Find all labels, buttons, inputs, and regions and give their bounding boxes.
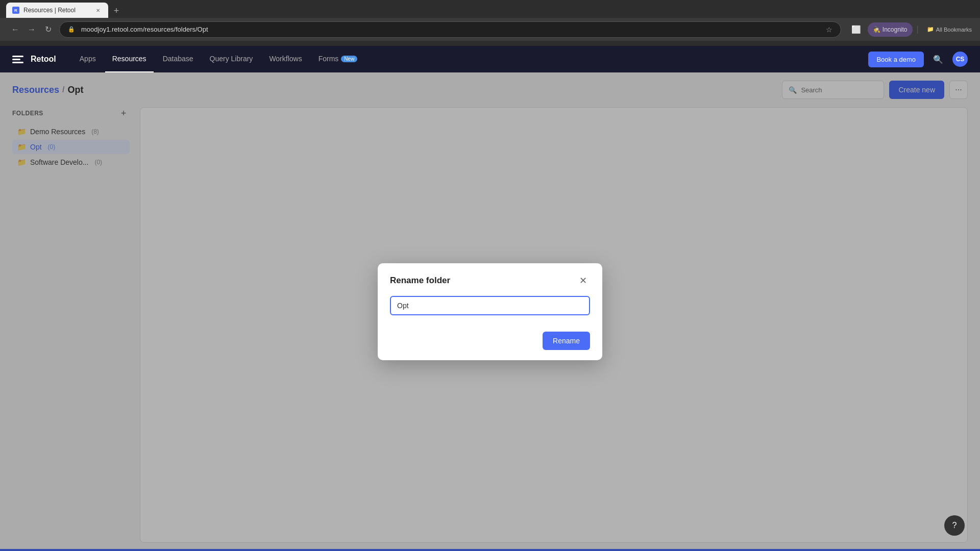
address-bar: ← → ↻ 🔒 moodjoy1.retool.com/resources/fo… xyxy=(0,18,980,41)
tab-favicon: R xyxy=(12,7,19,14)
modal-overlay[interactable]: Rename folder ✕ Rename xyxy=(0,72,980,551)
modal-footer: Rename xyxy=(378,325,602,360)
forward-button[interactable]: → xyxy=(24,22,39,37)
lock-icon: 🔒 xyxy=(68,26,75,33)
incognito-label: Incognito xyxy=(883,26,908,33)
user-avatar[interactable]: CS xyxy=(952,52,968,67)
vertical-divider: | xyxy=(917,25,919,34)
back-button[interactable]: ← xyxy=(8,22,22,37)
nav-right: Book a demo 🔍 CS xyxy=(868,51,968,67)
logo-text: Retool xyxy=(31,55,56,64)
bookmark-star-icon[interactable]: ☆ xyxy=(826,26,832,34)
logo-bar-1 xyxy=(12,56,23,57)
logo-icon xyxy=(12,54,27,64)
rename-folder-input[interactable] xyxy=(390,296,590,315)
retool-logo[interactable]: Retool xyxy=(12,54,56,64)
nav-link-query-library[interactable]: Query Library xyxy=(203,46,260,72)
app-content: Retool Apps Resources Database Query Lib… xyxy=(0,46,980,551)
browser-right-controls: ⬜ 🕵 Incognito | 📁 All Bookmarks xyxy=(849,22,972,37)
nav-link-workflows[interactable]: Workflows xyxy=(262,46,309,72)
book-demo-button[interactable]: Book a demo xyxy=(868,52,924,67)
forms-badge: New xyxy=(341,56,357,62)
active-tab[interactable]: R Resources | Retool ✕ xyxy=(6,3,108,18)
nav-link-database[interactable]: Database xyxy=(156,46,201,72)
nav-link-resources[interactable]: Resources xyxy=(105,46,154,72)
rename-folder-modal: Rename folder ✕ Rename xyxy=(378,263,602,360)
bookmarks-label: All Bookmarks xyxy=(936,27,972,33)
main-content: Resources / Opt 🔍 Create new ··· Folde xyxy=(0,72,980,551)
modal-body xyxy=(378,296,602,325)
tab-title: Resources | Retool xyxy=(23,7,76,14)
url-text: moodjoy1.retool.com/resources/folders/Op… xyxy=(81,26,208,33)
logo-bar-2 xyxy=(12,59,20,60)
modal-header: Rename folder ✕ xyxy=(378,263,602,296)
incognito-icon: 🕵 xyxy=(873,26,880,33)
nav-links: Apps Resources Database Query Library Wo… xyxy=(72,46,365,72)
help-button[interactable]: ? xyxy=(944,515,965,536)
folder-icon: 📁 xyxy=(927,26,934,33)
help-icon: ? xyxy=(952,521,957,530)
top-nav: Retool Apps Resources Database Query Lib… xyxy=(0,46,980,72)
new-tab-button[interactable]: + xyxy=(109,4,124,18)
cast-button[interactable]: ⬜ xyxy=(849,22,864,37)
forms-label: Forms xyxy=(318,55,339,63)
modal-title: Rename folder xyxy=(390,276,450,286)
incognito-button[interactable]: 🕵 Incognito xyxy=(868,22,913,37)
search-nav-button[interactable]: 🔍 xyxy=(930,51,946,67)
nav-buttons: ← → ↻ xyxy=(8,22,55,37)
logo-bar-3 xyxy=(12,62,23,63)
reload-button[interactable]: ↻ xyxy=(41,22,55,37)
nav-link-apps[interactable]: Apps xyxy=(72,46,103,72)
tab-close-button[interactable]: ✕ xyxy=(94,6,102,14)
nav-link-forms[interactable]: Forms New xyxy=(311,46,365,72)
rename-button[interactable]: Rename xyxy=(543,332,590,350)
modal-close-button[interactable]: ✕ xyxy=(576,273,590,288)
browser-chrome: R Resources | Retool ✕ + ← → ↻ 🔒 moodjoy… xyxy=(0,0,980,46)
address-input[interactable]: 🔒 moodjoy1.retool.com/resources/folders/… xyxy=(59,21,841,38)
tab-bar: R Resources | Retool ✕ + xyxy=(0,0,980,18)
bookmarks-bar[interactable]: 📁 All Bookmarks xyxy=(923,26,972,33)
